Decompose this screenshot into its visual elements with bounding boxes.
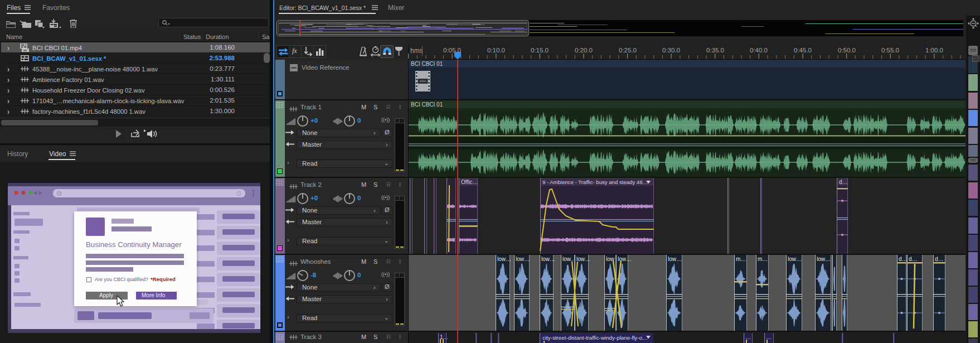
svg-text:low…: low… bbox=[576, 256, 590, 262]
svg-text:d…: d… bbox=[909, 256, 918, 262]
svg-text:city-street-distant-traffic-wi: city-street-distant-traffic-windy-plane-… bbox=[542, 335, 648, 341]
svg-text:Offic…: Offic… bbox=[461, 179, 478, 185]
svg-text:low…: low… bbox=[497, 256, 511, 262]
svg-text:0:50.0: 0:50.0 bbox=[838, 47, 856, 54]
svg-text:low..: low.. bbox=[562, 256, 574, 262]
svg-text:low…: low… bbox=[817, 256, 831, 262]
svg-text:0:30.0: 0:30.0 bbox=[662, 47, 680, 54]
svg-text:…: … bbox=[766, 334, 772, 340]
svg-text:low…: low… bbox=[788, 256, 802, 262]
svg-text:BCI CBCI 01: BCI CBCI 01 bbox=[411, 61, 443, 67]
svg-text:low…: low… bbox=[668, 256, 682, 262]
svg-text:1:00.0: 1:00.0 bbox=[925, 47, 943, 54]
svg-text:0:15.0: 0:15.0 bbox=[531, 47, 549, 54]
svg-text:0:25.0: 0:25.0 bbox=[619, 47, 637, 54]
svg-text:…: … bbox=[745, 334, 751, 340]
svg-text:m…: m… bbox=[758, 256, 768, 262]
svg-text:0:10.0: 0:10.0 bbox=[487, 47, 505, 54]
svg-text:low…: low… bbox=[541, 256, 555, 262]
svg-text:0:35.0: 0:35.0 bbox=[706, 47, 724, 54]
svg-text:BCI CBCI 01: BCI CBCI 01 bbox=[411, 102, 443, 108]
svg-text:m…: m… bbox=[736, 256, 746, 262]
svg-text:9 - Ambience - Traffic- busy a: 9 - Ambience - Traffic- busy and steady … bbox=[542, 179, 648, 185]
svg-text:0:45.0: 0:45.0 bbox=[794, 47, 812, 54]
svg-text:0:20.0: 0:20.0 bbox=[575, 47, 593, 54]
svg-text:low…: low… bbox=[516, 256, 530, 262]
svg-text:0:40.0: 0:40.0 bbox=[750, 47, 768, 54]
svg-text:d…: d… bbox=[935, 256, 944, 262]
svg-text:0:55.0: 0:55.0 bbox=[881, 47, 899, 54]
svg-text:d…: d… bbox=[899, 256, 908, 262]
svg-text:d…: d… bbox=[839, 179, 848, 185]
svg-text:low…: low… bbox=[618, 256, 632, 262]
svg-text:1…: 1… bbox=[440, 334, 449, 340]
